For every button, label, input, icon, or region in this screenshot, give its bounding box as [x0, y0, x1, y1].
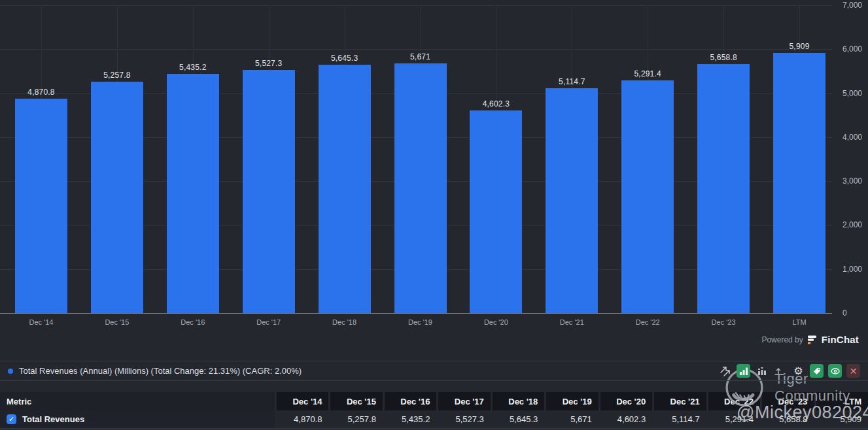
- table-value-cell: 5,291.4: [707, 410, 760, 428]
- bar-value-label: 5,257.8: [78, 71, 156, 80]
- bar-value-label: 5,291.4: [608, 69, 687, 78]
- legend-toolbar-row: Total Revenues (Annual) (Millions) (Tota…: [0, 361, 868, 381]
- powered-by-label: Powered by: [761, 335, 803, 344]
- y-axis-tick-label: 2,000: [842, 220, 862, 229]
- table-value-cell: 5,435.2: [383, 410, 436, 428]
- x-axis-tick-label: Dec '21: [532, 318, 611, 326]
- x-axis-tick-label: Dec '14: [2, 318, 80, 326]
- bar-value-label: 4,870.8: [2, 88, 80, 97]
- series-legend-label[interactable]: Total Revenues (Annual) (Millions) (Tota…: [19, 366, 302, 376]
- metrics-table: Metric Dec '14Dec '15Dec '16Dec '17Dec '…: [0, 392, 868, 429]
- table-column-header: Dec '18: [493, 392, 544, 410]
- tag-icon[interactable]: [810, 364, 824, 378]
- table-column-header: Dec '22: [708, 392, 760, 410]
- table-column-header: Dec '17: [438, 392, 490, 410]
- x-axis-tick-label: Dec '23: [684, 318, 763, 326]
- table-row: ✓Total Revenues4,870.85,257.85,435.25,52…: [0, 410, 868, 429]
- bar-value-label: 5,114.7: [532, 77, 611, 86]
- bar-value-label: 5,435.2: [154, 63, 232, 72]
- table-value-cell: 5,645.3: [491, 410, 544, 428]
- bar-value-label: 5,671: [381, 52, 460, 61]
- table-column-header: Dec '20: [600, 392, 652, 410]
- x-axis-tick-label: Dec '22: [608, 318, 687, 326]
- revenue-bar[interactable]: [243, 70, 295, 313]
- y-axis-tick-label: 0: [842, 308, 847, 318]
- close-icon[interactable]: ✕: [846, 364, 860, 378]
- revenue-bar-chart: 01,0002,0003,0004,0005,0006,0007,0004,87…: [0, 0, 868, 330]
- x-axis-tick-label: LTM: [760, 318, 839, 326]
- revenue-bar[interactable]: [546, 88, 598, 313]
- revenue-bar[interactable]: [697, 64, 750, 313]
- bar-value-label: 5,645.3: [305, 54, 384, 63]
- settings-gear-icon[interactable]: ⚙: [791, 364, 805, 378]
- table-value-cell: 5,257.8: [329, 410, 382, 428]
- x-axis-tick-label: Dec '20: [457, 318, 535, 326]
- revenue-bar[interactable]: [394, 63, 447, 313]
- eye-icon[interactable]: [828, 364, 842, 378]
- revenue-bar[interactable]: [91, 82, 143, 313]
- powered-by-finchat: Powered by FinChat: [761, 334, 859, 345]
- revenue-bar[interactable]: [621, 80, 674, 313]
- series-visibility-checkbox[interactable]: ✓: [7, 414, 16, 424]
- y-axis-tick-label: 1,000: [842, 265, 862, 274]
- table-value-cell: 4,870.8: [275, 410, 328, 428]
- annotate-arrows-icon[interactable]: [718, 364, 732, 378]
- x-axis-tick-label: Dec '16: [154, 318, 232, 326]
- table-column-header: Dec '15: [330, 392, 382, 410]
- stacked-bar-chart-icon[interactable]: [755, 364, 769, 378]
- table-value-cell: 5,658.8: [761, 410, 814, 428]
- table-column-header: LTM: [816, 392, 868, 410]
- y-axis-tick-label: 5,000: [842, 89, 862, 98]
- table-column-header: Dec '23: [762, 392, 814, 410]
- revenue-bar[interactable]: [167, 74, 219, 313]
- table-column-header: Dec '14: [277, 392, 328, 410]
- x-axis-tick-label: Dec '15: [78, 318, 156, 326]
- table-value-cell: 5,671: [545, 410, 598, 428]
- x-axis-tick-label: Dec '18: [305, 318, 384, 326]
- table-value-cell: 5,909: [815, 410, 868, 428]
- table-value-cell: 5,527.3: [437, 410, 490, 428]
- metric-column-header: Metric: [0, 392, 275, 410]
- table-header-row: Metric Dec '14Dec '15Dec '16Dec '17Dec '…: [0, 392, 868, 410]
- table-column-header: Dec '21: [654, 392, 706, 410]
- y-axis-tick-label: 4,000: [842, 133, 862, 142]
- series-color-dot: [8, 369, 13, 374]
- y-axis-tick-label: 3,000: [842, 176, 862, 186]
- table-value-cell: 4,602.3: [599, 410, 652, 428]
- table-column-header: Dec '19: [546, 392, 598, 410]
- y-axis-tick-label: 6,000: [842, 44, 862, 54]
- bar-value-label: 5,909: [760, 42, 839, 51]
- bar-value-label: 5,658.8: [684, 53, 763, 62]
- table-value-cell: 5,114.7: [653, 410, 706, 428]
- x-axis-tick-label: Dec '17: [230, 318, 308, 326]
- x-axis-tick-label: Dec '19: [381, 318, 460, 326]
- revenue-bar[interactable]: [773, 53, 825, 313]
- chart-toolbar: ⚙ ✕: [718, 364, 860, 378]
- finchat-brand-name: FinChat: [822, 334, 859, 345]
- metric-cell: ✓Total Revenues: [0, 410, 275, 428]
- gridline-horizontal: [0, 49, 832, 50]
- bar-value-label: 5,527.3: [230, 59, 308, 68]
- revenue-bar[interactable]: [15, 99, 67, 313]
- finchat-logo-icon: [807, 335, 818, 345]
- bar-chart-icon[interactable]: [737, 364, 750, 378]
- table-column-header: Dec '16: [385, 392, 436, 410]
- metric-row-label: Total Revenues: [22, 414, 84, 424]
- x-axis-line: [0, 313, 832, 314]
- y-axis-tick-label: 7,000: [842, 1, 862, 10]
- bar-value-label: 4,602.3: [457, 99, 535, 108]
- gridline-horizontal: [0, 5, 832, 6]
- revenue-bar[interactable]: [319, 65, 371, 313]
- sort-ascending-icon[interactable]: [773, 364, 787, 378]
- revenue-bar[interactable]: [470, 110, 522, 313]
